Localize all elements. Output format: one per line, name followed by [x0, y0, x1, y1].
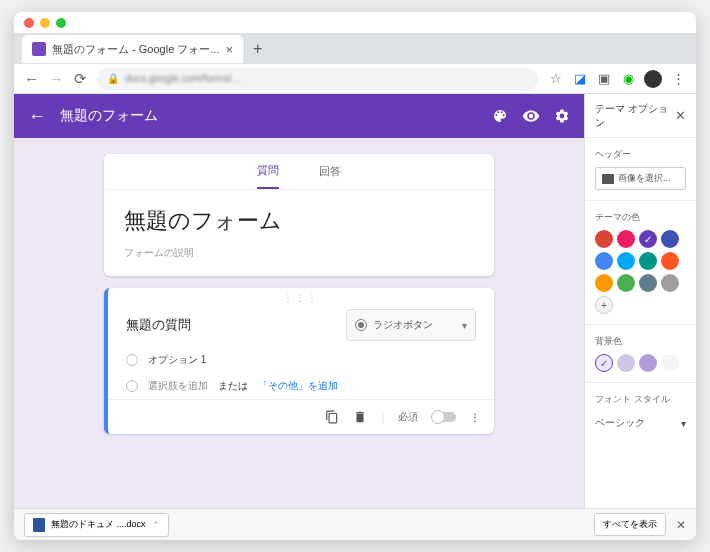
- drag-handle-icon[interactable]: ⋮⋮⋮: [108, 288, 494, 303]
- form-title[interactable]: 無題のフォーム: [124, 206, 474, 236]
- radio-empty-icon: [126, 354, 138, 366]
- theme-color-swatch[interactable]: [639, 274, 657, 292]
- theme-color-swatch[interactable]: [617, 274, 635, 292]
- app-title: 無題のフォーム: [60, 107, 492, 125]
- app-header: ← 無題のフォーム: [14, 94, 584, 138]
- choose-image-button[interactable]: 画像を選択...: [595, 167, 686, 190]
- settings-icon[interactable]: [554, 108, 570, 124]
- browser-tab-bar: 無題のフォーム - Google フォー... × +: [14, 34, 696, 64]
- theme-color-label: テーマの色: [595, 211, 686, 224]
- chrome-menu-icon[interactable]: ⋮: [670, 71, 686, 87]
- bg-color-swatch[interactable]: ✓: [595, 354, 613, 372]
- mac-window-controls: [14, 12, 696, 34]
- palette-icon[interactable]: [492, 108, 508, 124]
- downloads-bar: 無題のドキュメ ....docx ⌃ すべてを表示 ✕: [14, 508, 696, 540]
- show-all-downloads-button[interactable]: すべてを表示: [594, 513, 666, 536]
- chevron-down-icon: ▾: [462, 320, 467, 331]
- back-icon[interactable]: ←: [24, 70, 39, 87]
- tab-responses[interactable]: 回答: [319, 154, 341, 189]
- tab-title: 無題のフォーム - Google フォー...: [52, 42, 219, 57]
- close-downloads-icon[interactable]: ✕: [676, 518, 686, 532]
- radio-empty-icon: [126, 380, 138, 392]
- theme-color-swatch[interactable]: [617, 252, 635, 270]
- docx-icon: [33, 518, 45, 532]
- bg-color-swatch[interactable]: [617, 354, 635, 372]
- theme-color-swatch[interactable]: [661, 274, 679, 292]
- add-color-button[interactable]: +: [595, 296, 613, 314]
- download-item[interactable]: 無題のドキュメ ....docx ⌃: [24, 513, 169, 537]
- question-title-input[interactable]: 無題の質問: [126, 316, 334, 334]
- address-bar: ← → ⟳ 🔒 docs.google.com/forms/... ☆ ◪ ▣ …: [14, 64, 696, 94]
- reload-icon[interactable]: ⟳: [74, 70, 87, 88]
- profile-avatar[interactable]: [644, 70, 662, 88]
- star-icon[interactable]: ☆: [548, 71, 564, 87]
- bg-color-label: 背景色: [595, 335, 686, 348]
- font-style-label: フォント スタイル: [595, 393, 686, 406]
- chevron-up-icon[interactable]: ⌃: [152, 520, 160, 530]
- preview-icon[interactable]: [522, 107, 540, 125]
- close-panel-icon[interactable]: ✕: [675, 108, 686, 123]
- delete-icon[interactable]: [353, 410, 367, 424]
- theme-color-swatch[interactable]: [595, 252, 613, 270]
- bg-color-swatch[interactable]: [639, 354, 657, 372]
- theme-color-swatch[interactable]: [661, 230, 679, 248]
- duplicate-icon[interactable]: [325, 410, 339, 424]
- font-style-dropdown[interactable]: ベーシック ▾: [595, 412, 686, 430]
- add-option-button[interactable]: 選択肢を追加: [148, 379, 208, 393]
- image-icon: [602, 174, 614, 184]
- chevron-down-icon: ▾: [681, 418, 686, 429]
- question-menu-icon[interactable]: ⋮: [470, 412, 480, 423]
- tab-questions[interactable]: 質問: [257, 154, 279, 189]
- extension-icon-1[interactable]: ◪: [572, 71, 588, 87]
- extension-icon-2[interactable]: ▣: [596, 71, 612, 87]
- option-label[interactable]: オプション 1: [148, 353, 206, 367]
- radio-icon: [355, 319, 367, 331]
- new-tab-button[interactable]: +: [243, 40, 272, 58]
- theme-color-swatch[interactable]: ✓: [639, 230, 657, 248]
- question-card[interactable]: ⋮⋮⋮ 無題の質問 ラジオボタン ▾ オプション 1: [104, 288, 494, 434]
- url-field[interactable]: 🔒 docs.google.com/forms/...: [97, 68, 538, 90]
- add-other-button[interactable]: 「その他」を追加: [258, 379, 338, 393]
- panel-title: テーマ オプション: [595, 102, 675, 130]
- mac-close[interactable]: [24, 18, 34, 28]
- theme-color-swatch[interactable]: [617, 230, 635, 248]
- required-label: 必須: [398, 410, 418, 424]
- theme-color-swatch[interactable]: [639, 252, 657, 270]
- question-type-dropdown[interactable]: ラジオボタン ▾: [346, 309, 476, 341]
- theme-color-swatch[interactable]: [595, 230, 613, 248]
- bg-color-swatch[interactable]: [661, 354, 679, 372]
- forward-icon[interactable]: →: [49, 70, 64, 87]
- favicon-icon: [32, 42, 46, 56]
- option-row[interactable]: オプション 1: [108, 347, 494, 373]
- theme-color-swatch[interactable]: [661, 252, 679, 270]
- required-toggle[interactable]: [432, 412, 456, 422]
- back-arrow-icon[interactable]: ←: [28, 106, 46, 127]
- form-description[interactable]: フォームの説明: [124, 246, 474, 260]
- form-header-card: 質問 回答 無題のフォーム フォームの説明: [104, 154, 494, 276]
- close-tab-icon[interactable]: ×: [225, 42, 233, 57]
- mac-maximize[interactable]: [56, 18, 66, 28]
- mac-minimize[interactable]: [40, 18, 50, 28]
- browser-tab[interactable]: 無題のフォーム - Google フォー... ×: [22, 35, 243, 63]
- theme-panel: テーマ オプション ✕ ヘッダー 画像を選択... テーマの色 ✓+ 背景色 ✓…: [584, 94, 696, 508]
- extension-icon-3[interactable]: ◉: [620, 71, 636, 87]
- header-section-label: ヘッダー: [595, 148, 686, 161]
- theme-color-swatch[interactable]: [595, 274, 613, 292]
